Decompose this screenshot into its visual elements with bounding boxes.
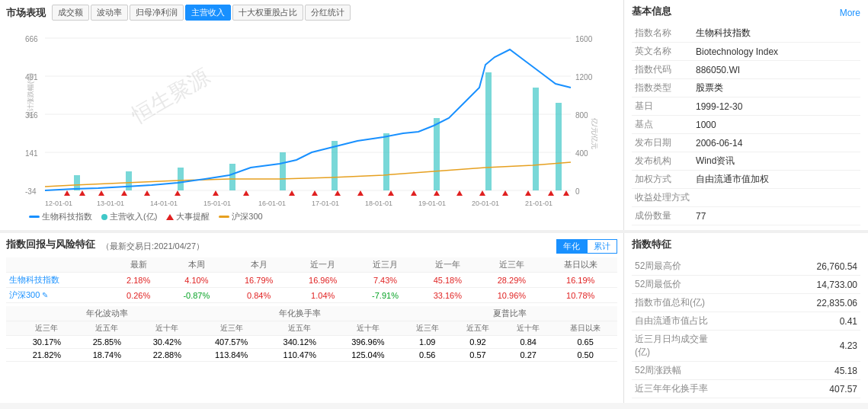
feature-label-high: 52周最高价 xyxy=(632,257,723,276)
tab-shidaquan[interactable]: 十大权重股占比 xyxy=(232,5,303,21)
legend-label-biotechnology: 生物科技指数 xyxy=(42,211,92,222)
risk-row-hs300: 21.82% 18.74% 22.88% 113.84% 110.47% 125… xyxy=(6,349,617,362)
info-val-code: 886050.WI xyxy=(693,61,860,79)
toggle-annualized[interactable]: 年化 xyxy=(556,239,587,254)
legend-label-hs300: 沪深300 xyxy=(232,211,262,222)
svg-rect-21 xyxy=(280,152,286,190)
info-label-count: 成份数量 xyxy=(632,207,693,225)
risk-sub-empty xyxy=(6,321,17,336)
hs300-3y: 10.96% xyxy=(479,288,543,303)
bio-since: 16.19% xyxy=(543,273,617,288)
chart-area: 恒生聚源 666 491 316 141 -34 累计涨跌幅(%) 1600 1… xyxy=(6,27,617,209)
risk-sub-s10y: 近十年 xyxy=(503,321,553,336)
risk-hs300-empty xyxy=(6,349,17,362)
return-panel: 指数回报与风险特征 （最新交易日:2021/04/27） 年化 累计 最新 本周… xyxy=(0,233,624,403)
svg-marker-36 xyxy=(289,190,295,196)
risk-table: 年化波动率 年化换手率 夏普比率 近三年 近五年 近十年 近三年 近五年 近十年… xyxy=(6,306,617,362)
tab-bodonglv[interactable]: 波动率 xyxy=(91,5,128,21)
risk-sub-t5y: 近五年 xyxy=(265,321,334,336)
risk-hs300-t5y: 110.47% xyxy=(265,349,334,362)
risk-sharpe-header: 夏普比率 xyxy=(402,306,617,321)
legend-item-revenue: 主营收入(亿) xyxy=(101,211,157,222)
info-label-code: 指数代码 xyxy=(632,61,693,79)
svg-marker-35 xyxy=(243,190,249,196)
tab-chengjiaoe[interactable]: 成交额 xyxy=(52,5,89,21)
info-label-basedate: 基日 xyxy=(632,97,693,116)
bio-3m: 7.43% xyxy=(355,273,416,288)
market-panel-title: 市场表现 xyxy=(6,6,46,20)
info-label-publisher: 发布机构 xyxy=(632,152,693,171)
feature-panel-title-row: 指数特征 xyxy=(632,238,860,254)
svg-marker-31 xyxy=(121,190,127,196)
svg-marker-38 xyxy=(335,190,341,196)
info-label-name: 指数名称 xyxy=(632,24,693,43)
legend-label-reminder: 大事提醒 xyxy=(176,211,210,222)
info-row-count: 成份数量 77 xyxy=(632,207,860,225)
return-table-header: 最新 本周 本月 近一月 近三月 近一年 近三年 基日以来 xyxy=(6,257,617,273)
bio-week: 4.10% xyxy=(166,273,227,288)
legend-color-hs300 xyxy=(219,216,229,218)
risk-hs300-s10y: 0.27 xyxy=(503,349,553,362)
svg-marker-44 xyxy=(479,190,485,196)
info-val-type: 股票类 xyxy=(693,79,860,97)
info-row-type: 指数类型 股票类 xyxy=(632,79,860,97)
risk-bio-t10y: 396.96% xyxy=(334,336,402,349)
svg-rect-19 xyxy=(178,168,184,190)
svg-text:1200: 1200 xyxy=(575,73,593,81)
info-label-basepoint: 基点 xyxy=(632,116,693,134)
more-link[interactable]: More xyxy=(840,8,860,18)
bio-1m: 16.96% xyxy=(291,273,355,288)
col-3y: 近三年 xyxy=(479,257,543,273)
feature-row-high: 52周最高价 26,760.54 xyxy=(632,257,860,276)
risk-bio-s5y: 0.92 xyxy=(453,336,503,349)
svg-marker-34 xyxy=(213,190,219,196)
market-panel: 市场表现 成交额 波动率 归母净利润 主营收入 十大权重股占比 分红统计 恒生聚… xyxy=(0,0,624,230)
info-val-name: 生物科技指数 xyxy=(693,24,860,43)
svg-marker-48 xyxy=(563,190,569,196)
toggle-group: 年化 累计 xyxy=(556,239,617,254)
info-panel-title: 基本信息 xyxy=(632,5,671,18)
info-row-weight: 加权方式 自由流通市值加权 xyxy=(632,171,860,189)
tab-fenhong[interactable]: 分红统计 xyxy=(305,5,351,21)
svg-rect-24 xyxy=(434,118,440,190)
svg-marker-45 xyxy=(502,190,508,196)
risk-volatility-header: 年化波动率 xyxy=(17,306,197,321)
svg-text:16-01-01: 16-01-01 xyxy=(258,200,286,207)
bio-month: 16.79% xyxy=(227,273,291,288)
risk-bio-s10y: 0.84 xyxy=(503,336,553,349)
info-label-pubdate: 发布日期 xyxy=(632,134,693,152)
svg-marker-42 xyxy=(434,190,440,196)
info-val-weight: 自由流通市值加权 xyxy=(693,171,860,189)
svg-rect-23 xyxy=(383,133,389,190)
feature-row-52chg: 52周涨跌幅 45.18 xyxy=(632,362,860,380)
risk-hs300-sbase: 0.50 xyxy=(553,349,617,362)
risk-sub-3y: 近三年 xyxy=(17,321,77,336)
tab-guimujingli[interactable]: 归母净利润 xyxy=(130,5,184,21)
svg-text:800: 800 xyxy=(575,111,588,120)
svg-text:12-01-01: 12-01-01 xyxy=(45,200,72,207)
col-1m: 近一月 xyxy=(291,257,355,273)
toggle-cumulative[interactable]: 累计 xyxy=(587,239,617,254)
hs300-week: -0.87% xyxy=(166,288,227,303)
svg-rect-18 xyxy=(126,171,132,190)
info-row-name: 指数名称 生物科技指数 xyxy=(632,24,860,43)
svg-text:-34: -34 xyxy=(25,187,37,196)
legend-color-reminder xyxy=(166,214,174,220)
edit-icon[interactable]: ✎ xyxy=(42,291,48,299)
svg-text:400: 400 xyxy=(575,149,588,158)
feature-label-turnover: 近三年年化换手率 xyxy=(632,380,723,398)
hs300-1y: 33.16% xyxy=(415,288,479,303)
info-val-pubdate: 2006-06-14 xyxy=(693,134,860,152)
legend-item-reminder: 大事提醒 xyxy=(166,211,210,222)
risk-empty xyxy=(6,306,17,321)
svg-marker-46 xyxy=(525,190,531,196)
bio-latest: 2.18% xyxy=(111,273,166,288)
feature-row-low: 52周最低价 14,733.00 xyxy=(632,276,860,294)
svg-text:666: 666 xyxy=(25,35,38,43)
tab-zhuyingshouru[interactable]: 主营收入 xyxy=(185,5,231,21)
svg-rect-20 xyxy=(229,164,235,190)
risk-hs300-v10y: 22.88% xyxy=(137,349,197,362)
hs300-since: 10.78% xyxy=(543,288,617,303)
svg-rect-26 xyxy=(533,88,539,190)
info-label-return: 收益处理方式 xyxy=(632,189,693,207)
